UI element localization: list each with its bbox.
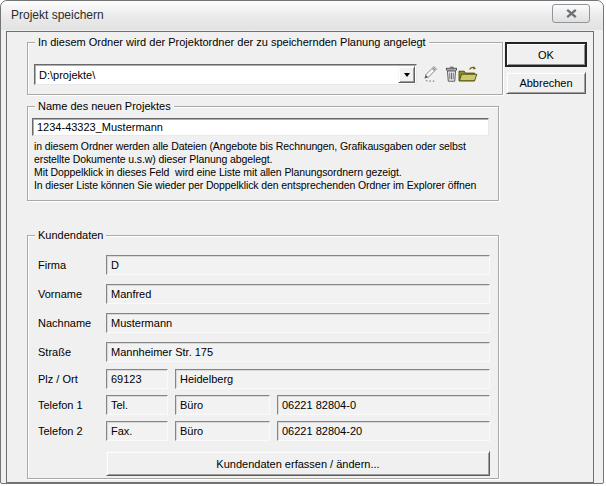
firma-field: D [106,255,490,275]
row-nachname: Nachname Mustermann [28,313,498,333]
row-plz-ort: Plz / Ort 69123 Heidelberg [28,369,498,389]
cancel-button[interactable]: Abbrechen [506,72,586,94]
telefon2-type-value: Fax. [111,425,132,437]
dialog-body: In diesem Ordner wird der Projektordner … [6,31,594,483]
telefon1-label: Telefon 1 [38,399,83,411]
plz-ort-label: Plz / Ort [38,373,78,385]
telefon1-number-field: 06221 82804-0 [277,395,490,415]
telefon2-number-value: 06221 82804-20 [282,425,362,437]
description-line: in diesem Ordner werden alle Dateien (An… [34,140,476,153]
target-folder-group-label: In diesem Ordner wird der Projektordner … [35,36,429,49]
project-description: in diesem Ordner werden alle Dateien (An… [34,140,476,192]
ort-value: Heidelberg [180,373,233,385]
firma-label: Firma [38,259,66,271]
telefon1-place-value: Büro [180,399,203,411]
telefon2-number-field: 06221 82804-20 [277,421,490,441]
vorname-label: Vorname [38,288,82,300]
customer-data-group: Kundendaten Firma D Vorname Manfred Nach… [27,235,499,479]
ort-field: Heidelberg [175,369,490,389]
plz-field: 69123 [106,369,168,389]
edit-pencil-icon[interactable] [419,65,439,83]
row-firma: Firma D [28,255,498,275]
ok-button[interactable]: OK [505,42,587,67]
open-folder-icon[interactable] [458,65,478,83]
close-icon [566,6,577,21]
target-folder-group: In diesem Ordner wird der Projektordner … [27,42,503,95]
telefon1-number-value: 06221 82804-0 [282,399,356,411]
folder-path-combobox[interactable] [34,64,417,85]
row-telefon-2: Telefon 2 Fax. Büro 06221 82804-20 [28,421,498,441]
folder-path-dropdown-button[interactable] [398,66,415,83]
description-line: In dieser Liste können Sie wieder per Do… [34,179,476,192]
dialog-title: Projekt speichern [11,8,104,22]
project-name-group-label: Name des neuen Projektes [35,100,174,113]
telefon1-place-field: Büro [175,395,270,415]
description-line: Mit Doppelklick in dieses Feld wird eine… [34,166,476,179]
row-strasse: Straße Mannheimer Str. 175 [28,342,498,362]
telefon2-place-value: Büro [180,425,203,437]
row-telefon-1: Telefon 1 Tel. Büro 06221 82804-0 [28,395,498,415]
firma-value: D [111,259,119,271]
customer-data-group-label: Kundendaten [35,229,106,242]
description-line: erstellte Dokumente u.s.w) dieser Planun… [34,153,476,166]
nachname-value: Mustermann [111,317,172,329]
plz-value: 69123 [111,373,142,385]
folder-path-input[interactable] [37,67,396,82]
chevron-down-icon [404,73,410,80]
telefon2-type-field: Fax. [106,421,168,441]
telefon2-label: Telefon 2 [38,425,83,437]
vorname-value: Manfred [111,288,151,300]
row-vorname: Vorname Manfred [28,284,498,304]
vorname-field: Manfred [106,284,490,304]
edit-customer-data-button[interactable]: Kundendaten erfassen / ändern... [106,451,490,476]
telefon1-type-value: Tel. [111,399,128,411]
nachname-label: Nachname [38,317,91,329]
strasse-field: Mannheimer Str. 175 [106,342,490,362]
strasse-label: Straße [38,346,71,358]
project-name-group: Name des neuen Projektes in diesem Ordne… [27,106,499,201]
telefon2-place-field: Büro [175,421,270,441]
telefon1-type-field: Tel. [106,395,168,415]
save-project-dialog: Projekt speichern In diesem Ordner wird … [0,0,604,484]
title-bar[interactable]: Projekt speichern [1,1,603,30]
project-name-input[interactable] [32,118,489,136]
strasse-value: Mannheimer Str. 175 [111,346,213,358]
nachname-field: Mustermann [106,313,490,333]
close-button[interactable] [552,4,590,23]
